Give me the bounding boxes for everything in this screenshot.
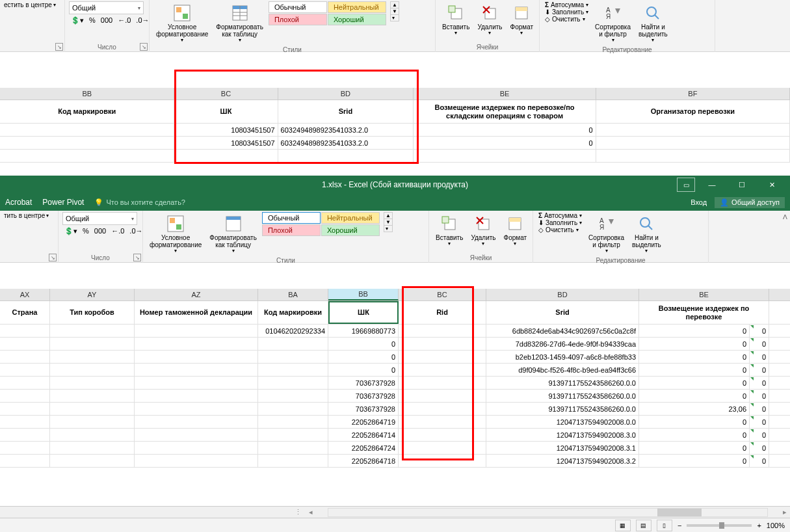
cell[interactable] — [0, 390, 50, 402]
cell[interactable] — [135, 429, 258, 441]
cell[interactable]: 0 — [639, 325, 750, 337]
cell[interactable]: 0 — [328, 338, 399, 350]
cell[interactable] — [135, 377, 258, 389]
cell[interactable] — [399, 455, 486, 467]
cell[interactable] — [0, 377, 50, 389]
minimize-btn[interactable]: — — [699, 176, 725, 194]
gallery-down-icon[interactable]: ▼ — [391, 8, 399, 15]
inc-decimal-btn[interactable]: ←.0 — [109, 226, 126, 236]
cell[interactable] — [399, 325, 486, 337]
find-select-btn[interactable]: Найти и выделить▾ — [636, 1, 670, 45]
dialog-launcher-icon[interactable]: ↘ — [49, 254, 57, 261]
scroll-right-icon[interactable]: ▸ — [780, 508, 790, 516]
clear-btn[interactable]: ◇Очистить ▾ — [544, 16, 590, 23]
format-as-table-btn[interactable]: Форматировать как таблицу▾ — [213, 1, 266, 45]
cell[interactable] — [399, 429, 486, 441]
cell[interactable] — [0, 137, 174, 149]
autosum-btn[interactable]: ΣАвтосумма ▾ — [544, 1, 590, 8]
cell[interactable]: 0 — [639, 416, 750, 428]
cell[interactable]: 0 — [750, 403, 769, 415]
cell[interactable] — [50, 351, 135, 363]
currency-btn[interactable]: 💲▾ — [62, 226, 79, 236]
cell[interactable]: 0 — [639, 429, 750, 441]
cell[interactable]: 9139711755243586260.0.0 — [486, 377, 639, 389]
cell[interactable] — [135, 390, 258, 402]
cell[interactable] — [135, 455, 258, 467]
cell[interactable] — [596, 124, 790, 136]
zoom-slider[interactable] — [687, 524, 752, 527]
clear-btn[interactable]: ◇Очистить ▾ — [537, 226, 583, 233]
cell[interactable] — [0, 364, 50, 376]
cell[interactable]: 12047137594902008.3.0 — [486, 429, 639, 441]
format-btn[interactable]: Формат▾ — [501, 212, 530, 248]
format-btn[interactable]: Формат▾ — [508, 1, 536, 38]
dec-decimal-btn[interactable]: .0→ — [127, 226, 144, 236]
cell[interactable]: 0 — [328, 364, 399, 376]
cell[interactable]: b2eb1203-1459-4097-a6c8-bfe88fb33 — [486, 351, 639, 363]
currency-btn[interactable]: 💲▾ — [69, 16, 86, 25]
cell[interactable]: 0 — [750, 429, 769, 441]
cell[interactable]: 7036737928 — [328, 403, 399, 415]
cell[interactable] — [399, 364, 486, 376]
cell[interactable]: 0 — [639, 390, 750, 402]
zoom-out-btn[interactable]: − — [678, 522, 681, 529]
style-normal[interactable]: Обычный — [262, 212, 321, 224]
ribbon-display-icon[interactable]: ▭ — [677, 178, 695, 192]
cell[interactable]: 0 — [750, 364, 769, 376]
cell[interactable]: 0 — [639, 442, 750, 454]
fill-btn[interactable]: ⬇Заполнить ▾ — [537, 219, 583, 226]
cell[interactable] — [50, 403, 135, 415]
dialog-launcher-icon[interactable]: ↘ — [133, 254, 141, 261]
close-btn[interactable]: ✕ — [759, 176, 785, 194]
cell[interactable] — [399, 390, 486, 402]
style-good[interactable]: Хороший — [321, 224, 380, 236]
tab-acrobat[interactable]: Acrobat — [5, 198, 32, 207]
cell[interactable]: 0 — [639, 455, 750, 467]
cell[interactable] — [50, 455, 135, 467]
cell[interactable]: 0 — [328, 351, 399, 363]
cell[interactable] — [399, 351, 486, 363]
cell[interactable]: 0 — [750, 377, 769, 389]
cell[interactable]: 0 — [639, 377, 750, 389]
view-page-layout-icon[interactable]: ▤ — [636, 520, 652, 531]
merge-center-btn[interactable]: естить в центре ▾ — [4, 1, 60, 8]
cell[interactable] — [50, 429, 135, 441]
cell[interactable] — [0, 124, 174, 136]
cell[interactable]: 22052864718 — [328, 455, 399, 467]
cell[interactable] — [135, 442, 258, 454]
cell[interactable] — [258, 403, 328, 415]
insert-btn[interactable]: Вставить▾ — [433, 212, 466, 248]
cell[interactable]: 19669880773 — [328, 325, 399, 337]
cell[interactable] — [399, 377, 486, 389]
hdr-BC[interactable]: ШК — [174, 100, 278, 123]
cell[interactable]: 9139711755243586260.0.0 — [486, 390, 639, 402]
conditional-formatting-btn[interactable]: Условное форматирование▾ — [147, 212, 204, 256]
cell[interactable]: 12047137594902008.3.2 — [486, 455, 639, 467]
share-btn[interactable]: 👤Общий доступ — [715, 197, 785, 208]
cell[interactable] — [135, 325, 258, 337]
cell[interactable] — [0, 442, 50, 454]
cell[interactable]: 010462020292334 — [258, 325, 328, 337]
comma-btn[interactable]: 000 — [99, 16, 114, 25]
cell[interactable]: 10803451507 — [174, 124, 278, 136]
cell[interactable]: 0 — [750, 351, 769, 363]
tell-me-input[interactable]: 💡Что вы хотите сделать? — [94, 198, 185, 207]
cell[interactable] — [0, 429, 50, 441]
cell[interactable] — [0, 325, 50, 337]
cell[interactable] — [50, 325, 135, 337]
cell[interactable] — [258, 377, 328, 389]
col-header-BE[interactable]: BE — [414, 88, 596, 100]
cell[interactable] — [258, 390, 328, 402]
cell[interactable]: 22052864724 — [328, 442, 399, 454]
col-header-BA[interactable]: BA — [258, 289, 328, 300]
cell[interactable] — [135, 338, 258, 350]
cell[interactable]: 0 — [750, 442, 769, 454]
cell[interactable]: 6032494898923541033.2.0 — [278, 137, 414, 149]
delete-btn[interactable]: Удалить▾ — [468, 212, 498, 248]
delete-btn[interactable]: Удалить▾ — [475, 1, 505, 38]
cell[interactable] — [258, 364, 328, 376]
gallery-up-icon[interactable]: ▲ — [384, 213, 392, 219]
cell[interactable]: 22052864714 — [328, 429, 399, 441]
hdr-BE[interactable]: Возмещение издержек по перевозке/по скла… — [414, 100, 596, 123]
cell[interactable]: 0 — [639, 351, 750, 363]
